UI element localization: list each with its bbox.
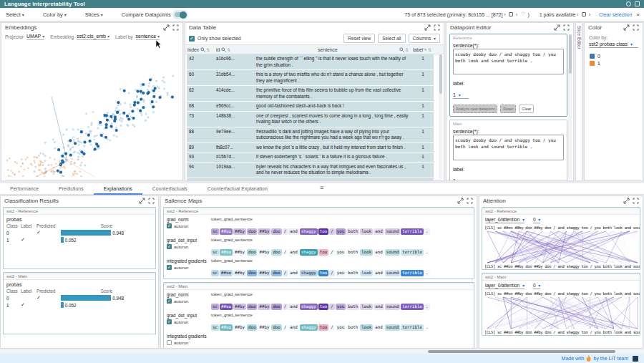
autorun-checkbox[interactable]: ✓ — [167, 319, 172, 324]
only-show-selected-checkbox[interactable]: ✓ — [189, 36, 195, 42]
slice-editor-tab[interactable]: Slice Editor — [575, 22, 582, 181]
maximize-icon[interactable] — [172, 24, 179, 31]
table-row[interactable]: 68e569cc...good old-fashioned slash-and-… — [187, 102, 434, 112]
token-chip: and — [374, 228, 384, 235]
token-chip: / — [283, 228, 288, 235]
favorite-icon[interactable]: ♡ — [521, 11, 525, 17]
label-select[interactable]: 1 ▾ — [453, 92, 469, 99]
token-chip: both — [346, 228, 359, 235]
maximize-icon[interactable] — [633, 24, 639, 31]
compare-datapoints-toggle[interactable] — [175, 12, 186, 17]
close-icon[interactable]: × — [636, 11, 640, 18]
tab-counterfactuals[interactable]: Counterfactuals — [142, 183, 197, 195]
column-header-label[interactable]: label ⇅ — [411, 47, 434, 52]
table-row[interactable]: 73148b38...one of creepiest , scariest m… — [187, 112, 434, 127]
autorun-checkbox[interactable]: ✓ — [167, 223, 172, 228]
search-icon[interactable] — [200, 47, 205, 52]
chevron-right-icon[interactable]: › — [589, 12, 590, 17]
expand-icon[interactable] — [139, 198, 145, 204]
link-icon[interactable] — [626, 1, 631, 6]
clear-button[interactable]: Clear — [519, 105, 534, 113]
expand-icon[interactable] — [457, 198, 464, 204]
columns-button[interactable]: Columns ▾ — [409, 34, 440, 43]
sort-icon[interactable]: ⇅ — [227, 47, 230, 52]
tab-counterfactual-explanation[interactable]: Counterfactual Explanation — [197, 183, 278, 195]
maximize-icon[interactable] — [633, 198, 639, 204]
chevron-left-icon[interactable]: ‹ — [577, 12, 578, 17]
token-chip: and — [288, 324, 298, 331]
token-chip: and — [374, 270, 384, 276]
label-select[interactable]: 1 ▾ — [453, 178, 469, 181]
table-row[interactable]: 89fb8c07...we know the plot 's a little … — [187, 143, 434, 153]
embedding-scatter-plot[interactable] — [1, 41, 182, 177]
search-icon[interactable] — [399, 47, 404, 52]
layer-select[interactable]: layer_0/attention ▾ — [485, 283, 525, 289]
projector-select[interactable]: UMAP▾ — [26, 34, 44, 40]
embedding-select[interactable]: sst2:cls_emb▾ — [77, 34, 109, 40]
analyze-new-datapoint-button[interactable]: Analyze new datapoint — [453, 105, 497, 113]
token-chip: shaggy — [300, 304, 318, 310]
table-row[interactable]: 62414cde...the primitive force of this f… — [187, 86, 434, 102]
column-header-sentence[interactable]: sentence ⇅ — [254, 47, 411, 52]
reset-view-button[interactable]: Reset view — [343, 34, 375, 43]
scrollbar-thumb[interactable] — [428, 350, 615, 353]
github-icon[interactable] — [635, 1, 640, 6]
reset-button[interactable]: Reset — [500, 105, 516, 113]
color-by-select[interactable]: sst2 probas class ▾ — [589, 42, 638, 48]
layer-select[interactable]: layer_0/attention ▾ — [485, 217, 525, 223]
chevron-down-icon: ▾ — [42, 34, 44, 39]
column-header-index[interactable]: index ⇅ — [185, 47, 214, 52]
token-chip: look — [360, 304, 373, 310]
color-by-menu[interactable]: Color by▾ — [43, 11, 67, 18]
maximize-icon[interactable] — [467, 198, 473, 204]
sentence-textarea[interactable] — [453, 135, 564, 160]
table-row[interactable]: 889e79ee...fresnadillo 's dark and jolti… — [187, 127, 434, 143]
chevron-left-icon[interactable]: ‹ — [504, 12, 505, 17]
editor-section-reference: Referencesentence(*):label:1 ▾Analyze ne… — [449, 34, 567, 117]
datapoint-editor-title: Datapoint Editor — [450, 24, 491, 31]
tab-performance[interactable]: Performance — [0, 183, 49, 195]
chevron-down-icon: ▾ — [107, 34, 109, 39]
tab-predictions[interactable]: Predictions — [49, 183, 94, 195]
maximize-icon[interactable] — [563, 24, 570, 31]
maximize-icon[interactable] — [434, 24, 440, 31]
tab-explanations[interactable]: Explanations — [94, 183, 142, 195]
expand-icon[interactable] — [623, 24, 630, 31]
selection-status: 75 of 873 selected (primary: 8cb155 ... … — [404, 12, 502, 17]
select-all-button[interactable]: Select all — [378, 34, 405, 43]
autorun-checkbox[interactable]: ✓ — [167, 299, 172, 304]
expand-icon[interactable] — [623, 198, 630, 204]
table-row[interactable]: 941019aa...byler reveals his characters … — [187, 163, 434, 178]
chevron-right-icon[interactable]: › — [516, 12, 517, 17]
sentence-textarea[interactable] — [453, 49, 564, 74]
table-row[interactable]: 10040aba9...neither parker nor donovan i… — [187, 178, 434, 181]
table-row[interactable]: 6031db54...this is a story of two misfit… — [187, 70, 434, 86]
search-icon[interactable] — [221, 47, 226, 52]
expand-icon[interactable] — [554, 24, 560, 31]
table-row[interactable]: 93d15b7d...if steven soderbergh 's ` sol… — [187, 153, 434, 163]
sort-icon[interactable]: ⇅ — [206, 47, 210, 52]
clear-selection-link[interactable]: Clear selection — [599, 12, 632, 17]
autorun-checkbox[interactable]: ✓ — [167, 340, 172, 345]
maximize-icon[interactable] — [148, 198, 155, 204]
drag-handle-icon[interactable]: ≡ — [320, 184, 323, 191]
search-icon[interactable] — [424, 47, 427, 52]
datapoint-frame-icon[interactable] — [509, 12, 513, 16]
table-scrollbar[interactable] — [439, 54, 442, 179]
editor-scrollbar[interactable] — [568, 34, 572, 179]
head-select[interactable]: 0 ▾ — [533, 217, 540, 223]
autorun-checkbox[interactable]: ✓ — [167, 265, 172, 270]
expand-icon[interactable] — [163, 24, 170, 31]
slices-menu[interactable]: Slices▾ — [85, 11, 103, 18]
sort-icon[interactable]: ⇅ — [405, 47, 409, 52]
sort-icon[interactable]: ⇅ — [428, 47, 431, 52]
select-menu[interactable]: Select▾ — [6, 11, 24, 18]
expand-icon[interactable] — [424, 24, 431, 31]
head-select[interactable]: 0 ▾ — [533, 283, 540, 289]
pair-frame-icon[interactable] — [582, 12, 586, 16]
column-header-id[interactable]: id ⇅ — [214, 47, 254, 52]
autorun-checkbox[interactable]: ✓ — [167, 244, 172, 249]
table-row[interactable]: 42a1bc96...the subtle strength of `` ell… — [187, 54, 434, 70]
label-by-select[interactable]: sentence▾ — [136, 34, 160, 40]
lit-logo[interactable] — [633, 356, 638, 362]
